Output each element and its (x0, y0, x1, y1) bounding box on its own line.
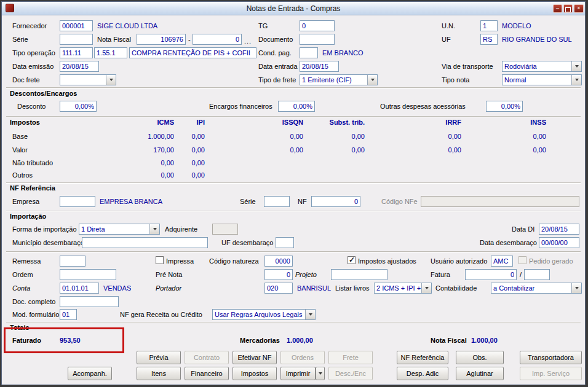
projeto-input[interactable] (331, 269, 387, 280)
fatura-input[interactable] (465, 269, 517, 280)
financeiro-button[interactable]: Financeiro (185, 367, 229, 380)
fornecedor-code-input[interactable] (60, 20, 93, 31)
section-divider (6, 251, 581, 252)
conta-input[interactable] (60, 283, 99, 294)
desconto-input[interactable] (60, 101, 97, 112)
codigo-natureza-input[interactable] (264, 256, 293, 267)
nf-referencia-button[interactable]: NF Referência (397, 351, 448, 364)
serie-input[interactable] (60, 34, 93, 45)
impressa-checkbox[interactable] (156, 256, 164, 264)
impostos-column-header: ISSQN (248, 119, 303, 126)
contabilidade-label: Contabilidade (435, 284, 477, 292)
obs-button[interactable]: Obs. (456, 351, 504, 364)
nf-gera-label: NF gera Receita ou Crédito (120, 311, 202, 318)
forma-importacao-select[interactable]: 1 Direta (79, 224, 160, 235)
impostos-row-label: Não tributado (12, 159, 53, 166)
fatura-label: Fatura (431, 271, 450, 278)
section-divider (6, 87, 581, 88)
via-transporte-select[interactable]: Rodoviária (502, 61, 582, 72)
data-emissao-label: Data emissão (12, 63, 54, 70)
municipio-desembaraco-label: Município desembaraço (12, 239, 84, 246)
documento-input[interactable] (300, 34, 335, 45)
close-button[interactable]: × (574, 4, 584, 13)
tipo-frete-select[interactable]: 1 Emitente (CIF) (300, 74, 378, 85)
transportadora-button[interactable]: Transportadora (520, 351, 582, 364)
minimize-button[interactable]: – (553, 4, 562, 13)
chevron-down-icon[interactable] (571, 283, 581, 293)
ordem-input[interactable] (60, 269, 116, 280)
chevron-down-icon[interactable] (106, 75, 116, 85)
impostos-cell: 0,00 (309, 146, 365, 154)
chevron-down-icon[interactable] (305, 310, 315, 319)
mercadorias-value: 1.000,00 (287, 337, 313, 344)
minimize-icon: – (556, 5, 559, 11)
doc-frete-value (60, 75, 106, 85)
maximize-button[interactable] (563, 4, 573, 13)
tipo-frete-value: 1 Emitente (CIF) (300, 75, 367, 85)
tipo-nota-select[interactable]: Normal (502, 74, 582, 85)
data-emissao-input[interactable] (60, 61, 99, 72)
mod-formulario-input[interactable] (60, 309, 77, 320)
un-code-input[interactable] (480, 20, 498, 31)
tipo-operacao-code2-input[interactable] (94, 47, 127, 58)
remessa-input[interactable] (60, 256, 85, 267)
chevron-down-icon[interactable] (149, 224, 159, 234)
chevron-down-icon[interactable] (571, 61, 581, 71)
uf-code-input[interactable] (480, 34, 498, 45)
contabilidade-select[interactable]: a Contabilizar (491, 283, 582, 294)
empresa-input[interactable] (60, 196, 95, 207)
doc-completo-input[interactable] (60, 296, 119, 307)
impostos-button[interactable]: Impostos (232, 367, 277, 380)
portador-input[interactable] (264, 283, 293, 294)
nota-fiscal-number-input[interactable] (137, 34, 186, 45)
chevron-down-icon[interactable] (367, 75, 377, 85)
outras-despesas-input[interactable] (486, 101, 523, 112)
impostos-column-header: IRRF (406, 119, 461, 126)
section-divider (6, 211, 581, 211)
ordem-label: Ordem (12, 271, 33, 278)
impostos-cell: 0,00 (149, 159, 205, 166)
desp-adic-button[interactable]: Desp. Adic (397, 367, 448, 380)
fornecedor-label: Fornecedor (12, 22, 47, 29)
pre-nota-input[interactable] (264, 269, 293, 280)
nfref-nf-input[interactable] (311, 196, 360, 207)
itens-button[interactable]: Itens (137, 367, 181, 380)
imprimir-button[interactable]: Imprimir (280, 367, 316, 380)
fatura-parcela-input[interactable] (524, 269, 550, 280)
previa-button[interactable]: Prévia (137, 351, 181, 364)
impostos-cell: 0,00 (491, 133, 546, 140)
data-di-input[interactable] (539, 224, 579, 235)
encargos-input[interactable] (278, 101, 315, 112)
uf-desembaraco-input[interactable] (276, 237, 294, 248)
uf-desembaraco-label: UF desembaraço (221, 239, 273, 246)
data-desembaraco-input[interactable] (539, 237, 579, 248)
chevron-down-icon[interactable] (571, 75, 581, 85)
nf-gera-select[interactable]: Usar Regras Arquivos Legais (212, 309, 316, 320)
impostos-cell: 0,00 (406, 133, 461, 140)
highlight-annotation-box (4, 327, 124, 353)
cond-pag-input[interactable] (300, 47, 318, 58)
impostos-cell: 0,00 (309, 133, 365, 140)
titlebar[interactable]: Notas de Entrada - Compras (2, 2, 585, 15)
nota-fiscal-sequence-input[interactable] (193, 34, 242, 45)
nfref-serie-input[interactable] (264, 196, 290, 207)
codigo-natureza-label: Código natureza (209, 257, 259, 265)
chevron-down-icon[interactable] (421, 283, 431, 293)
listar-livros-select[interactable]: 2 ICMS + IPI + ISS (374, 283, 432, 294)
data-entrada-input[interactable] (300, 61, 339, 72)
nota-fiscal-browse-button[interactable]: ... (244, 37, 252, 45)
aglutinar-button[interactable]: Aglutinar (456, 367, 504, 380)
efetivar-nf-button[interactable]: Efetivar NF (232, 351, 277, 364)
conta-name: VENDAS (103, 284, 131, 292)
frete-button: Frete (328, 351, 373, 364)
tg-input[interactable] (300, 20, 335, 31)
data-entrada-label: Data entrada (258, 63, 298, 70)
usuario-autorizado-input[interactable] (491, 256, 513, 267)
tipo-operacao-code1-input[interactable] (60, 47, 93, 58)
doc-frete-select[interactable] (60, 74, 116, 85)
acompanh-button[interactable]: Acompanh. (68, 367, 112, 380)
municipio-desembaraco-input[interactable] (82, 237, 208, 248)
imprimir-dropdown-button[interactable] (316, 367, 325, 380)
impostos-ajustados-checkbox[interactable] (348, 256, 356, 264)
nfref-nf-label: NF (298, 198, 307, 205)
